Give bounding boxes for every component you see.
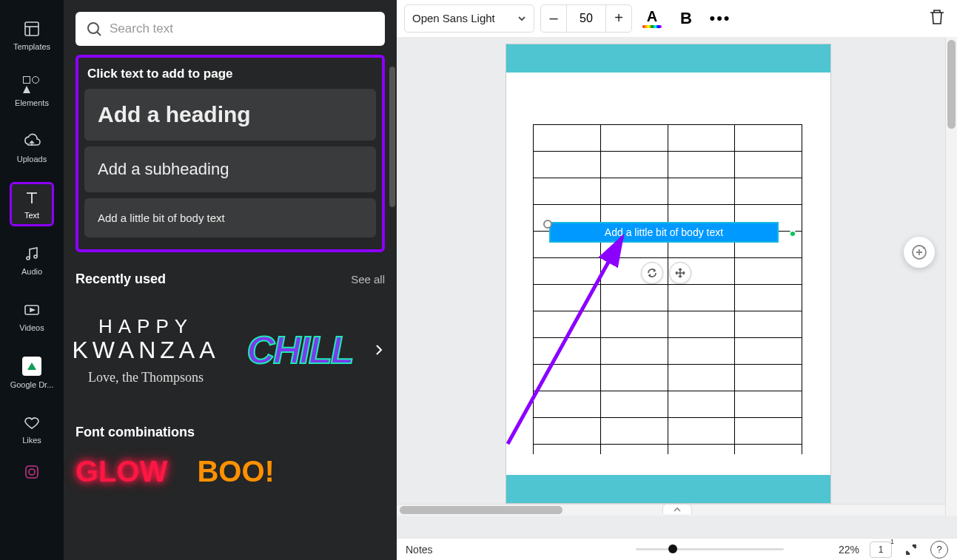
svg-rect-6 xyxy=(26,466,38,478)
font-size-decrease-button[interactable]: – xyxy=(541,5,566,32)
heart-icon xyxy=(23,414,41,431)
more-options-button[interactable]: ••• xyxy=(706,4,734,33)
editor-toolbar: Open Sans Light – 50 + A B ••• xyxy=(397,0,957,37)
sidebar-label: Templates xyxy=(13,42,50,51)
sidebar-label: Elements xyxy=(15,98,49,107)
bottom-bar: Notes 22% 1 ? xyxy=(397,538,957,560)
add-page-fab[interactable] xyxy=(904,237,935,268)
vertical-scrollbar[interactable] xyxy=(945,37,957,516)
text-color-button[interactable]: A xyxy=(638,4,666,33)
recent-text-line: Love, the Thompsons xyxy=(88,370,204,385)
templates-icon xyxy=(23,20,41,38)
svg-line-9 xyxy=(97,32,101,36)
selected-text-element[interactable]: Add a little bit of body text xyxy=(551,223,777,241)
sidebar-item-audio[interactable]: Audio xyxy=(0,232,64,289)
svg-point-3 xyxy=(27,257,30,260)
svg-point-8 xyxy=(88,23,98,33)
sidebar-label: Uploads xyxy=(17,155,47,163)
sidebar-item-text[interactable]: Text xyxy=(10,182,54,226)
audio-icon xyxy=(23,245,41,263)
search-bar[interactable] xyxy=(75,12,385,46)
chevron-up-icon xyxy=(673,507,682,513)
zoom-thumb[interactable] xyxy=(668,544,677,553)
instagram-icon xyxy=(23,463,41,481)
notes-button[interactable]: Notes xyxy=(406,544,433,556)
fullscreen-icon xyxy=(904,543,918,556)
sidebar-item-text-wrap: Text xyxy=(0,176,64,232)
recent-text-line: KWANZAA xyxy=(72,337,219,364)
font-size-group: – 50 + xyxy=(540,4,632,33)
text-color-icon: A xyxy=(647,8,657,25)
recent-text-line: HAPPY xyxy=(98,315,193,338)
move-button[interactable] xyxy=(669,262,691,284)
recent-item-kwanzaa[interactable]: HAPPY KWANZAA Love, the Thompsons xyxy=(75,294,216,405)
svg-rect-0 xyxy=(25,22,38,36)
videos-icon xyxy=(23,301,41,319)
table-element[interactable] xyxy=(533,124,802,471)
add-text-header: Click text to add to page xyxy=(87,67,373,81)
resize-handle-left[interactable] xyxy=(543,220,552,229)
font-dropdown[interactable]: Open Sans Light xyxy=(404,4,534,33)
delete-button[interactable] xyxy=(927,7,950,30)
scrollbar-thumb[interactable] xyxy=(400,506,563,514)
sidebar-item-google-drive[interactable]: Google Dr... xyxy=(0,345,64,401)
recently-used-row: HAPPY KWANZAA Love, the Thompsons CHILL xyxy=(75,294,385,405)
add-subheading-button[interactable]: Add a subheading xyxy=(84,146,376,192)
chevron-right-icon xyxy=(373,344,385,356)
main-area: Open Sans Light – 50 + A B ••• xyxy=(397,0,957,560)
see-all-link[interactable]: See all xyxy=(351,273,385,286)
search-icon xyxy=(86,21,102,37)
wave-decoration-top xyxy=(506,61,830,86)
icon-sidebar: Templates Elements Uploads Text Audio Vi… xyxy=(0,0,64,560)
duplicate-button[interactable] xyxy=(641,262,663,284)
svg-point-7 xyxy=(29,469,35,475)
add-body-text-button[interactable]: Add a little bit of body text xyxy=(84,198,376,237)
trash-icon xyxy=(927,7,947,27)
plus-circle-icon xyxy=(911,244,927,260)
section-title: Recently used xyxy=(75,271,166,287)
page-count-button[interactable]: 1 xyxy=(870,542,892,558)
help-button[interactable]: ? xyxy=(930,541,948,559)
zoom-value[interactable]: 22% xyxy=(824,544,859,556)
font-combo-glow[interactable]: GLOW xyxy=(75,455,167,488)
add-heading-button[interactable]: Add a heading xyxy=(84,89,376,141)
recent-item-chill[interactable]: CHILL xyxy=(229,294,370,405)
font-size-value[interactable]: 50 xyxy=(566,5,606,32)
sidebar-item-uploads[interactable]: Uploads xyxy=(0,120,64,176)
page-navigator-toggle[interactable] xyxy=(662,504,692,514)
sidebar-label: Videos xyxy=(19,323,44,332)
font-size-increase-button[interactable]: + xyxy=(606,5,631,32)
sidebar-item-templates[interactable]: Templates xyxy=(0,7,64,64)
carousel-next-button[interactable] xyxy=(369,340,389,360)
sidebar-item-more[interactable] xyxy=(0,457,64,487)
sidebar-label: Audio xyxy=(21,267,42,276)
color-spectrum-icon xyxy=(642,25,662,28)
section-title: Font combinations xyxy=(75,425,195,440)
font-combinations-row: GLOW BOO! xyxy=(75,455,385,488)
sidebar-item-videos[interactable]: Videos xyxy=(0,289,64,345)
sidebar-item-elements[interactable]: Elements xyxy=(0,64,64,120)
recent-text-line: CHILL xyxy=(246,328,352,372)
font-combinations-header: Font combinations xyxy=(75,425,385,440)
canvas-area[interactable]: Add a little bit of body text xyxy=(397,37,957,538)
move-icon xyxy=(674,267,686,279)
search-input[interactable] xyxy=(110,21,375,36)
zoom-track[interactable] xyxy=(636,548,784,550)
text-panel: Click text to add to page Add a heading … xyxy=(64,0,397,560)
sidebar-item-likes[interactable]: Likes xyxy=(0,401,64,457)
recently-used-header: Recently used See all xyxy=(75,271,385,287)
bold-button[interactable]: B xyxy=(672,4,700,33)
font-combo-boo[interactable]: BOO! xyxy=(197,455,274,488)
sync-icon xyxy=(646,267,658,279)
sidebar-label: Text xyxy=(24,211,39,220)
panel-scrollbar[interactable] xyxy=(389,67,395,207)
uploads-icon xyxy=(23,132,41,150)
fullscreen-button[interactable] xyxy=(902,541,920,559)
google-drive-icon xyxy=(22,357,41,376)
zoom-slider[interactable] xyxy=(636,548,813,550)
elements-icon xyxy=(23,76,41,94)
sidebar-label: Likes xyxy=(22,436,41,445)
scrollbar-thumb[interactable] xyxy=(947,40,956,129)
sidebar-label: Google Dr... xyxy=(10,380,54,389)
rotate-handle[interactable] xyxy=(789,230,796,237)
